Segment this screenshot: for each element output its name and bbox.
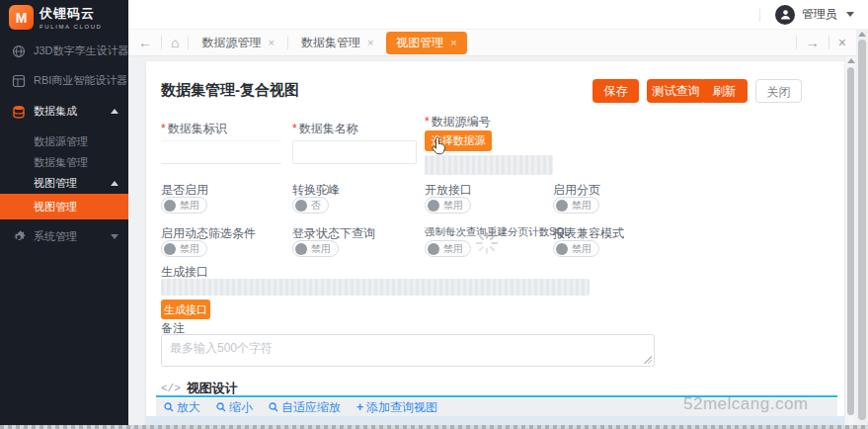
divider	[188, 36, 189, 49]
watermark-text: 52melcang.com	[683, 394, 809, 414]
database-icon	[12, 104, 26, 118]
tab-dataset-mgmt[interactable]: 数据集管理 ×	[297, 32, 377, 54]
user-name[interactable]: 管理员	[802, 6, 837, 23]
divider	[796, 36, 797, 49]
datasource-no-label: *数据源编号	[425, 114, 491, 130]
tab-label: 视图管理	[396, 35, 443, 51]
forward-arrow-icon[interactable]: →	[806, 36, 820, 49]
open-api-toggle[interactable]: 禁用	[425, 197, 471, 214]
sidebar-item-label: 数据源管理	[34, 130, 88, 152]
datasource-no-input-disabled	[425, 155, 553, 175]
magnifier-icon	[269, 402, 278, 412]
zoom-out-button[interactable]: 缩小	[216, 399, 253, 416]
tool-label: 自适应缩放	[281, 399, 341, 416]
close-button[interactable]: 关闭	[755, 79, 802, 103]
resize-handle-icon[interactable]	[644, 356, 652, 364]
remark-field-wrap	[161, 334, 655, 367]
scrollbar-thumb[interactable]	[847, 67, 854, 415]
app-logo: M 伏锂码云 FULIMA CLOUD	[9, 5, 103, 30]
divider	[287, 36, 288, 49]
scrollbar-thumb[interactable]	[858, 40, 866, 420]
refresh-button[interactable]: 刷新	[701, 79, 748, 103]
scroll-up-arrow-icon[interactable]	[858, 32, 866, 37]
logo-subtitle: FULIMA CLOUD	[39, 24, 103, 30]
divider	[759, 8, 760, 22]
sidebar-item-label: 视图管理	[34, 194, 77, 219]
tab-datasource-mgmt[interactable]: 数据源管理 ×	[197, 32, 277, 54]
toggle-state: 禁用	[180, 199, 199, 213]
sidebar-item-dataset-mgmt[interactable]: 数据集管理	[0, 151, 128, 173]
tab-bar: ← ⌂ 数据源管理 × 数据集管理 × 视图管理 × → ×	[128, 30, 856, 56]
remark-textarea[interactable]	[161, 334, 655, 367]
gear-icon	[12, 229, 26, 243]
toggle-knob	[556, 243, 568, 255]
chevron-down-icon[interactable]	[846, 12, 854, 17]
sidebar-item-j3d-designer[interactable]: J3D数字孪生设计器	[0, 40, 128, 61]
zoom-in-button[interactable]: 放大	[164, 399, 200, 416]
scroll-up-arrow-icon[interactable]	[847, 58, 855, 63]
rebuild-count-sql-toggle[interactable]: 禁用	[425, 240, 471, 257]
login-query-toggle[interactable]: 禁用	[292, 240, 339, 257]
toggle-knob	[295, 243, 307, 255]
sidebar-item-data-integration[interactable]: 数据集成	[0, 100, 128, 122]
test-query-button[interactable]: 测试查询	[647, 79, 705, 103]
user-avatar[interactable]	[775, 5, 795, 25]
chevron-down-icon	[111, 234, 118, 239]
dataset-id-input[interactable]	[161, 140, 281, 164]
sidebar-item-datasource-mgmt[interactable]: 数据源管理	[0, 130, 128, 152]
sidebar-item-label: 系统管理	[34, 225, 77, 247]
plus-icon: +	[356, 400, 363, 414]
magnifier-icon	[164, 402, 174, 412]
required-mark: *	[292, 122, 297, 135]
inner-scrollbar[interactable]	[844, 56, 855, 425]
camelcase-toggle[interactable]: 否	[292, 197, 329, 214]
divider	[161, 36, 162, 49]
generate-api-button[interactable]: 生成接口	[161, 300, 210, 319]
topbar: 管理员	[128, 0, 868, 30]
sidebar-item-label: RBI商业智能设计器	[34, 69, 127, 91]
close-icon[interactable]: ×	[367, 37, 373, 48]
toggle-state: 禁用	[180, 242, 199, 256]
bottom-edge-strip	[0, 425, 868, 429]
close-icon[interactable]: ×	[268, 37, 274, 48]
chevron-up-icon	[111, 109, 118, 114]
code-icon: </>	[161, 383, 181, 394]
save-button[interactable]: 保存	[592, 79, 639, 103]
sidebar-item-rbi-designer[interactable]: RBI商业智能设计器	[0, 69, 128, 91]
close-icon[interactable]: ×	[450, 37, 456, 48]
magnifier-icon	[216, 402, 226, 412]
toggle-knob	[164, 200, 176, 212]
page-title: 数据集管理-复合视图	[161, 81, 299, 100]
sidebar-item-view-mgmt-group[interactable]: 视图管理	[0, 172, 128, 194]
toggle-state: 禁用	[443, 242, 463, 256]
pagination-toggle[interactable]: 禁用	[553, 197, 599, 214]
sidebar-item-view-mgmt-active[interactable]: 视图管理	[0, 194, 128, 219]
sidebar-item-system-mgmt[interactable]: 系统管理	[0, 225, 128, 247]
tab-view-mgmt-active[interactable]: 视图管理 ×	[386, 32, 466, 54]
dataset-name-input[interactable]	[292, 140, 417, 164]
toggle-knob	[428, 243, 439, 255]
sidebar-item-label: 数据集管理	[34, 151, 88, 173]
tool-label: 添加查询视图	[366, 399, 437, 416]
toggle-state: 禁用	[443, 199, 463, 213]
required-mark: *	[425, 115, 430, 129]
browser-scrollbar[interactable]	[856, 30, 868, 429]
chevron-up-icon	[111, 181, 118, 186]
globe-icon	[12, 43, 26, 57]
generate-api-input-disabled	[161, 279, 590, 296]
logo-icon: M	[9, 5, 34, 30]
toggle-state: 禁用	[572, 242, 592, 256]
dataset-id-label: *数据集标识	[161, 121, 227, 137]
add-query-view-button[interactable]: + 添加查询视图	[356, 399, 437, 416]
enabled-toggle[interactable]: 禁用	[161, 197, 207, 214]
report-compat-toggle[interactable]: 禁用	[553, 240, 599, 257]
close-icon[interactable]: ×	[838, 36, 846, 49]
fit-zoom-button[interactable]: 自适应缩放	[269, 399, 341, 416]
sidebar: M 伏锂码云 FULIMA CLOUD J3D数字孪生设计器 RBI商业智能设计…	[0, 0, 128, 425]
toggle-knob	[428, 200, 439, 212]
view-design-canvas[interactable]	[146, 416, 844, 425]
back-arrow-icon[interactable]: ←	[138, 36, 152, 49]
home-icon[interactable]: ⌂	[171, 36, 179, 49]
dynamic-filter-toggle[interactable]: 禁用	[161, 240, 207, 257]
tab-label: 数据源管理	[201, 35, 261, 51]
